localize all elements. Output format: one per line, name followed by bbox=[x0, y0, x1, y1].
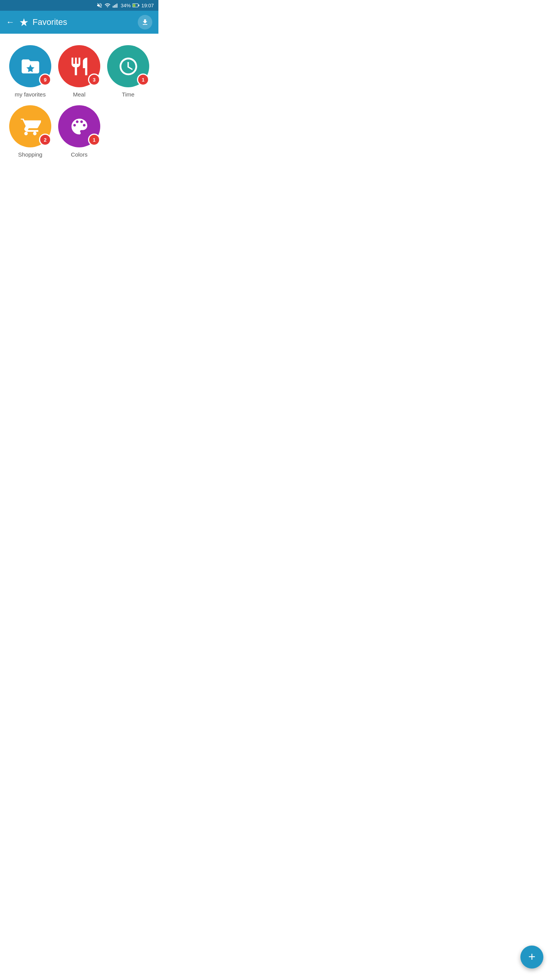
download-button[interactable] bbox=[138, 15, 152, 29]
svg-rect-0 bbox=[113, 6, 114, 8]
category-item-my-favorites[interactable]: 9 my favorites bbox=[8, 45, 53, 98]
wifi-icon bbox=[104, 2, 111, 8]
signal-icon bbox=[112, 2, 119, 8]
download-icon bbox=[141, 18, 149, 26]
clock-icon bbox=[118, 56, 139, 77]
page-title: Favorites bbox=[33, 17, 138, 27]
palette-icon bbox=[69, 116, 90, 137]
circle-wrapper-colors: 1 bbox=[58, 105, 100, 147]
category-item-shopping[interactable]: 2 Shopping bbox=[8, 105, 53, 158]
circle-wrapper-time: 1 bbox=[107, 45, 149, 87]
app-bar: ← ★ Favorites bbox=[0, 11, 158, 34]
label-colors: Colors bbox=[71, 151, 87, 158]
svg-rect-3 bbox=[117, 3, 117, 8]
circle-wrapper-my-favorites: 9 bbox=[9, 45, 51, 87]
back-button[interactable]: ← bbox=[6, 17, 15, 27]
cart-icon bbox=[20, 116, 41, 137]
svg-rect-6 bbox=[139, 5, 139, 7]
badge-my-favorites: 9 bbox=[39, 74, 51, 86]
category-item-meal[interactable]: 3 Meal bbox=[57, 45, 102, 98]
label-shopping: Shopping bbox=[18, 151, 42, 158]
svg-rect-2 bbox=[116, 4, 116, 8]
badge-shopping: 2 bbox=[39, 134, 51, 146]
category-grid: 9 my favorites 3 Meal bbox=[8, 45, 151, 158]
status-icons: 34% 19:07 bbox=[96, 2, 154, 8]
svg-rect-1 bbox=[114, 5, 115, 8]
category-item-time[interactable]: 1 Time bbox=[106, 45, 151, 98]
badge-colors: 1 bbox=[88, 134, 100, 146]
main-content: 9 my favorites 3 Meal bbox=[0, 34, 158, 169]
star-folder-icon bbox=[20, 56, 41, 77]
badge-meal: 3 bbox=[88, 74, 100, 86]
battery-text: 34% bbox=[121, 3, 130, 8]
label-my-favorites: my favorites bbox=[15, 91, 46, 98]
status-bar: 34% 19:07 bbox=[0, 0, 158, 11]
label-meal: Meal bbox=[73, 91, 86, 98]
badge-time: 1 bbox=[137, 74, 149, 86]
mute-icon bbox=[96, 2, 103, 8]
category-item-colors[interactable]: 1 Colors bbox=[57, 105, 102, 158]
label-time: Time bbox=[122, 91, 135, 98]
svg-rect-5 bbox=[133, 4, 136, 7]
star-icon: ★ bbox=[19, 16, 29, 29]
cutlery-icon bbox=[69, 56, 90, 77]
circle-wrapper-shopping: 2 bbox=[9, 105, 51, 147]
circle-wrapper-meal: 3 bbox=[58, 45, 100, 87]
battery-icon bbox=[132, 3, 139, 8]
time-text: 19:07 bbox=[141, 3, 154, 8]
